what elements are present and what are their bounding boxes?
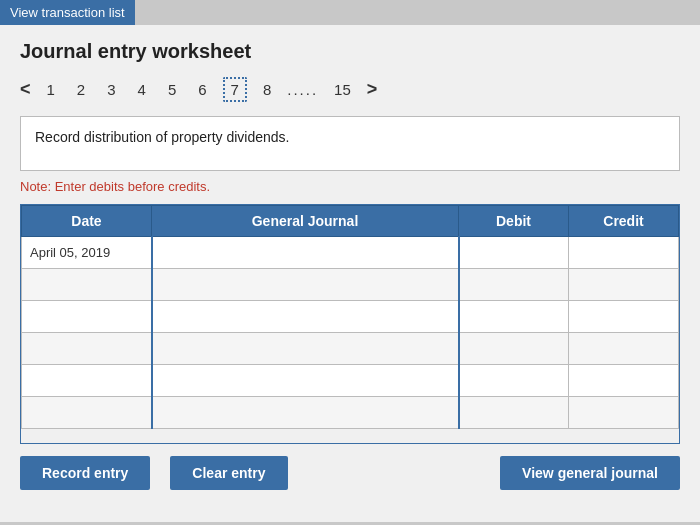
gj-cell-3[interactable]	[152, 301, 459, 333]
debit-cell-6[interactable]	[459, 397, 569, 429]
credit-input-2[interactable]	[577, 278, 670, 293]
record-entry-button[interactable]: Record entry	[20, 456, 150, 490]
credit-input-4[interactable]	[577, 342, 670, 357]
date-cell-3	[22, 301, 152, 333]
table-row	[22, 269, 679, 301]
journal-table-wrapper: Date General Journal Debit Credit April …	[20, 204, 680, 444]
credit-cell-1[interactable]	[569, 237, 679, 269]
debit-input-6[interactable]	[468, 406, 561, 421]
credit-input-1[interactable]	[577, 246, 670, 261]
gj-input-4[interactable]	[161, 342, 450, 357]
bottom-buttons: Record entry Clear entry View general jo…	[20, 456, 680, 490]
date-cell-5	[22, 365, 152, 397]
page-6[interactable]: 6	[192, 79, 212, 100]
debit-cell-3[interactable]	[459, 301, 569, 333]
gj-cell-6[interactable]	[152, 397, 459, 429]
gj-cell-1[interactable]	[152, 237, 459, 269]
debit-input-1[interactable]	[468, 246, 561, 261]
credit-cell-2[interactable]	[569, 269, 679, 301]
page-1[interactable]: 1	[41, 79, 61, 100]
debit-cell-5[interactable]	[459, 365, 569, 397]
gj-input-5[interactable]	[161, 374, 450, 389]
clear-entry-button[interactable]: Clear entry	[170, 456, 287, 490]
debit-cell-1[interactable]	[459, 237, 569, 269]
table-row: April 05, 2019	[22, 237, 679, 269]
pagination-ellipsis: .....	[287, 81, 318, 98]
date-cell-2	[22, 269, 152, 301]
credit-cell-4[interactable]	[569, 333, 679, 365]
gj-input-6[interactable]	[161, 406, 450, 421]
prev-arrow[interactable]: <	[20, 79, 31, 100]
credit-cell-5[interactable]	[569, 365, 679, 397]
credit-cell-3[interactable]	[569, 301, 679, 333]
page-title: Journal entry worksheet	[20, 40, 680, 63]
debit-input-5[interactable]	[468, 374, 561, 389]
description-text: Record distribution of property dividend…	[35, 129, 289, 145]
debit-input-2[interactable]	[468, 278, 561, 293]
debit-input-4[interactable]	[468, 342, 561, 357]
gj-cell-4[interactable]	[152, 333, 459, 365]
top-bar[interactable]: View transaction list	[0, 0, 135, 25]
page-5[interactable]: 5	[162, 79, 182, 100]
page-15[interactable]: 15	[328, 79, 357, 100]
header-date: Date	[22, 206, 152, 237]
journal-table: Date General Journal Debit Credit April …	[21, 205, 679, 429]
view-transaction-link[interactable]: View transaction list	[10, 5, 125, 20]
header-general-journal: General Journal	[152, 206, 459, 237]
note-text: Note: Enter debits before credits.	[20, 179, 680, 194]
credit-input-3[interactable]	[577, 310, 670, 325]
gj-input-2[interactable]	[161, 278, 450, 293]
gj-cell-5[interactable]	[152, 365, 459, 397]
header-debit: Debit	[459, 206, 569, 237]
gj-input-3[interactable]	[161, 310, 450, 325]
table-row	[22, 397, 679, 429]
page-4[interactable]: 4	[132, 79, 152, 100]
table-row	[22, 301, 679, 333]
gj-input-1[interactable]	[161, 246, 450, 261]
page-8[interactable]: 8	[257, 79, 277, 100]
credit-input-6[interactable]	[577, 406, 670, 421]
credit-cell-6[interactable]	[569, 397, 679, 429]
page-7[interactable]: 7	[223, 77, 247, 102]
pagination: < 1 2 3 4 5 6 7 8 ..... 15 >	[20, 77, 680, 102]
next-arrow[interactable]: >	[367, 79, 378, 100]
table-header-row: Date General Journal Debit Credit	[22, 206, 679, 237]
view-general-journal-button[interactable]: View general journal	[500, 456, 680, 490]
debit-input-3[interactable]	[468, 310, 561, 325]
debit-cell-4[interactable]	[459, 333, 569, 365]
gj-cell-2[interactable]	[152, 269, 459, 301]
date-cell-6	[22, 397, 152, 429]
page-2[interactable]: 2	[71, 79, 91, 100]
debit-cell-2[interactable]	[459, 269, 569, 301]
page-3[interactable]: 3	[101, 79, 121, 100]
description-box: Record distribution of property dividend…	[20, 116, 680, 171]
table-row	[22, 365, 679, 397]
date-cell-1: April 05, 2019	[22, 237, 152, 269]
credit-input-5[interactable]	[577, 374, 670, 389]
date-cell-4	[22, 333, 152, 365]
table-row	[22, 333, 679, 365]
header-credit: Credit	[569, 206, 679, 237]
